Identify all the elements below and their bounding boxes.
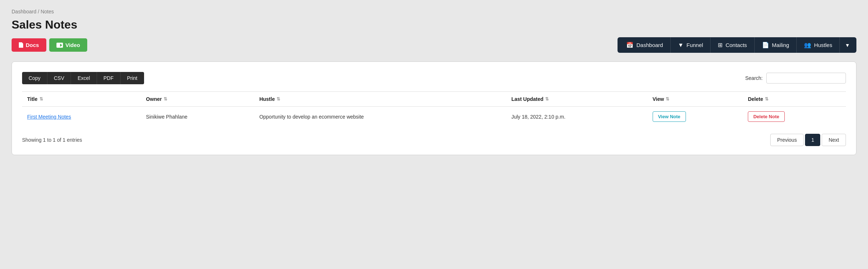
grid-icon: ⊞ — [718, 42, 722, 48]
table-row: First Meeting Notes Sinikiwe Phahlane Op… — [22, 107, 846, 127]
sort-icon-hustle: ⇅ — [277, 97, 280, 102]
col-title[interactable]: Title ⇅ — [22, 92, 141, 107]
chevron-down-icon: ▼ — [845, 42, 850, 48]
previous-button[interactable]: Previous — [770, 134, 804, 146]
breadcrumb: Dashboard / Notes — [12, 9, 856, 14]
search-label: Search: — [745, 75, 763, 81]
video-button[interactable]: Video — [49, 38, 88, 52]
cell-title: First Meeting Notes — [22, 107, 141, 127]
nav-item-contacts[interactable]: ⊞ Contacts — [711, 37, 754, 53]
col-hustle[interactable]: Hustle ⇅ — [254, 92, 506, 107]
nav-label-hustles: Hustles — [814, 42, 832, 48]
nav-item-funnel[interactable]: ▼ Funnel — [671, 38, 711, 53]
video-icon — [56, 43, 63, 48]
csv-button[interactable]: CSV — [47, 72, 71, 84]
notes-table: Title ⇅ Owner ⇅ Hustle ⇅ — [22, 91, 846, 127]
breadcrumb-home[interactable]: Dashboard — [12, 9, 37, 14]
cell-delete: Delete Note — [743, 107, 846, 127]
print-button[interactable]: Print — [120, 72, 144, 84]
cell-last-updated: July 18, 2022, 2:10 p.m. — [506, 107, 648, 127]
nav-item-mailing[interactable]: 📄 Mailing — [755, 37, 797, 53]
page-title: Sales Notes — [12, 18, 856, 31]
nav-item-dashboard[interactable]: 📅 Dashboard — [619, 37, 670, 53]
cell-view: View Note — [648, 107, 743, 127]
main-card: Copy CSV Excel PDF Print Search: Title ⇅ — [12, 61, 856, 155]
top-row: Docs Video 📅 Dashboard ▼ Funnel ⊞ — [12, 37, 856, 53]
nav-bar: 📅 Dashboard ▼ Funnel ⊞ Contacts 📄 Mailin… — [618, 37, 856, 53]
docs-label: Docs — [26, 42, 39, 48]
col-delete[interactable]: Delete ⇅ — [743, 92, 846, 107]
sort-icon-view: ⇅ — [666, 97, 669, 102]
sort-icon-delete: ⇅ — [765, 97, 768, 102]
breadcrumb-current: Notes — [41, 9, 54, 14]
col-last-updated[interactable]: Last Updated ⇅ — [506, 92, 648, 107]
users-icon: 👥 — [804, 42, 811, 48]
nav-label-contacts: Contacts — [725, 42, 747, 48]
view-note-button[interactable]: View Note — [653, 111, 686, 122]
sort-icon-last-updated: ⇅ — [545, 97, 549, 102]
sort-icon-title: ⇅ — [39, 97, 43, 102]
docs-icon — [19, 42, 23, 48]
doc-buttons: Docs Video — [12, 38, 87, 52]
cell-hustle: Opportunity to develop an ecommerce webs… — [254, 107, 506, 127]
cell-owner: Sinikiwe Phahlane — [141, 107, 254, 127]
search-input[interactable] — [766, 73, 846, 84]
breadcrumb-separator: / — [38, 9, 39, 14]
toolbar: Copy CSV Excel PDF Print Search: — [22, 72, 846, 84]
table-header-row: Title ⇅ Owner ⇅ Hustle ⇅ — [22, 92, 846, 107]
col-view[interactable]: View ⇅ — [648, 92, 743, 107]
delete-note-button[interactable]: Delete Note — [748, 111, 785, 122]
nav-dropdown[interactable]: ▼ — [840, 38, 855, 52]
filter-icon: ▼ — [678, 42, 684, 48]
next-button[interactable]: Next — [822, 134, 846, 146]
nav-item-hustles[interactable]: 👥 Hustles — [797, 37, 840, 53]
calendar-icon: 📅 — [626, 42, 633, 48]
title-link[interactable]: First Meeting Notes — [27, 114, 71, 120]
video-label: Video — [66, 42, 80, 48]
nav-label-funnel: Funnel — [687, 42, 703, 48]
toolbar-buttons: Copy CSV Excel PDF Print — [22, 72, 144, 84]
pdf-button[interactable]: PDF — [97, 72, 120, 84]
pagination-row: Showing 1 to 1 of 1 entries Previous 1 N… — [22, 134, 846, 146]
col-owner[interactable]: Owner ⇅ — [141, 92, 254, 107]
entries-text: Showing 1 to 1 of 1 entries — [22, 137, 82, 143]
excel-button[interactable]: Excel — [71, 72, 96, 84]
search-area: Search: — [745, 73, 846, 84]
nav-label-mailing: Mailing — [772, 42, 789, 48]
nav-label-dashboard: Dashboard — [636, 42, 663, 48]
page-1-button[interactable]: 1 — [805, 134, 820, 146]
doc-nav-icon: 📄 — [762, 42, 769, 48]
sort-icon-owner: ⇅ — [164, 97, 167, 102]
copy-button[interactable]: Copy — [22, 72, 47, 84]
pagination-controls: Previous 1 Next — [770, 134, 846, 146]
docs-button[interactable]: Docs — [12, 38, 46, 52]
